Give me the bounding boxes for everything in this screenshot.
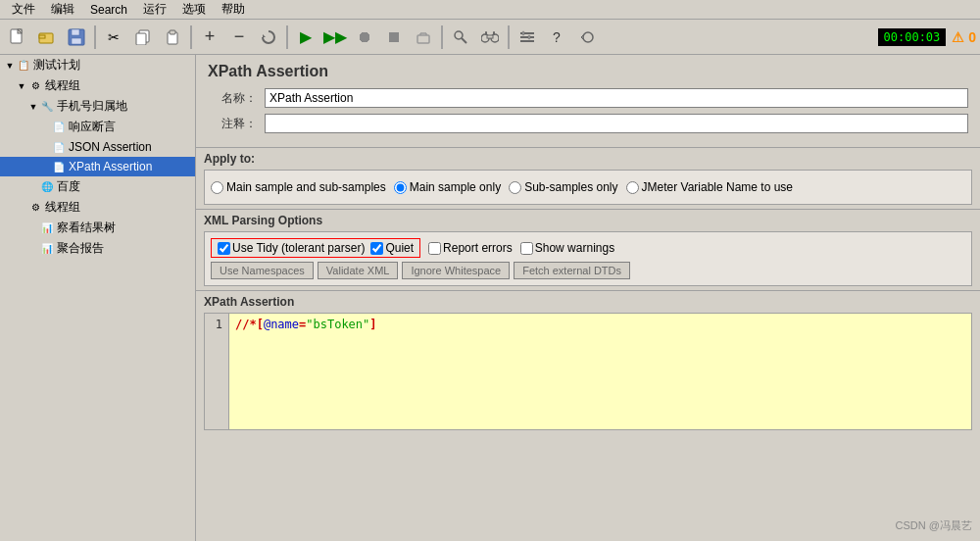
- main-layout: ▼ 📋 测试计划 ▼ ⚙ 线程组 ▼ 🔧 手机号归属地 📄 响应断言 📄 JSO…: [0, 55, 980, 541]
- remove-button[interactable]: −: [225, 24, 253, 51]
- sidebar-label-thread-group-2: 线程组: [45, 199, 80, 216]
- sidebar-item-thread-group-1[interactable]: ▼ ⚙ 线程组: [0, 75, 195, 96]
- radio-main-only[interactable]: Main sample only: [394, 180, 501, 194]
- menu-options[interactable]: 选项: [174, 0, 214, 20]
- apply-to-section: Apply to: Main sample and sub-samples Ma…: [196, 147, 980, 205]
- timer-display: 00:00:03: [878, 28, 947, 46]
- settings-button[interactable]: [514, 24, 541, 51]
- tree-arrow-aggregate: [27, 243, 39, 255]
- use-tidy-label: Use Tidy (tolerant parser): [232, 241, 365, 255]
- checkbox-use-tidy[interactable]: Use Tidy (tolerant parser): [218, 241, 365, 255]
- content-panel: XPath Assertion 名称： 注释： Apply to: Main s…: [196, 55, 980, 541]
- cut-button[interactable]: ✂: [100, 24, 127, 51]
- quiet-input[interactable]: [370, 242, 383, 255]
- svg-rect-27: [522, 31, 524, 35]
- sidebar-label-json-assertion: JSON Assertion: [69, 140, 152, 154]
- radio-main-sub[interactable]: Main sample and sub-samples: [211, 180, 386, 194]
- sidebar-item-baidu[interactable]: 🌐 百度: [0, 176, 195, 197]
- use-namespaces-button[interactable]: Use Namespaces: [211, 262, 314, 279]
- sidebar-item-thread-group-2[interactable]: ⚙ 线程组: [0, 197, 195, 218]
- xpath-code-close: ]: [369, 318, 376, 331]
- name-input[interactable]: [265, 88, 968, 108]
- sidebar-item-response-assertion[interactable]: 📄 响应断言: [0, 117, 195, 137]
- play-fast-button[interactable]: ▶▶: [321, 24, 349, 51]
- radio-main-only-label: Main sample only: [410, 180, 501, 194]
- menu-edit[interactable]: 编辑: [43, 0, 82, 20]
- sidebar-item-json-assertion[interactable]: 📄 JSON Assertion: [0, 137, 195, 157]
- toolbar-separator-4: [441, 25, 443, 49]
- play-button[interactable]: ▶: [292, 24, 319, 51]
- reset-button[interactable]: [255, 24, 282, 51]
- radio-jmeter-var-input[interactable]: [626, 181, 639, 194]
- svg-line-18: [462, 38, 466, 43]
- search-button[interactable]: [447, 24, 474, 51]
- checkbox-row: Use Tidy (tolerant parser) Quiet Report …: [211, 238, 965, 258]
- apply-to-title: Apply to:: [196, 147, 980, 170]
- copy-button[interactable]: [129, 24, 157, 51]
- binoculars-button[interactable]: [476, 24, 504, 51]
- svg-rect-26: [520, 40, 534, 42]
- radio-main-sub-label: Main sample and sub-samples: [226, 180, 386, 194]
- xpath-code-section: XPath Assertion 1 //*[@name="bsToken"]: [196, 290, 980, 430]
- radio-sub-only-input[interactable]: [509, 181, 521, 194]
- comment-row: 注释：: [208, 114, 968, 133]
- comment-input[interactable]: [265, 114, 968, 133]
- add-button[interactable]: +: [196, 24, 223, 51]
- sidebar-item-phone-home[interactable]: ▼ 🔧 手机号归属地: [0, 96, 195, 117]
- aggregate-report-icon: 📊: [39, 241, 55, 257]
- code-area[interactable]: //*[@name="bsToken"]: [229, 314, 971, 429]
- radio-sub-only[interactable]: Sub-samples only: [509, 180, 617, 194]
- baidu-icon: 🌐: [39, 179, 55, 195]
- show-warnings-input[interactable]: [520, 242, 533, 255]
- help-button[interactable]: ?: [543, 24, 570, 51]
- toolbar-separator-2: [190, 25, 192, 49]
- radio-jmeter-var[interactable]: JMeter Variable Name to use: [626, 180, 794, 194]
- menu-run[interactable]: 运行: [135, 0, 174, 20]
- tree-arrow-json: [39, 141, 51, 153]
- tree-arrow-response: [39, 122, 51, 133]
- menu-file[interactable]: 文件: [4, 0, 43, 20]
- xml-parsing-title: XML Parsing Options: [196, 209, 980, 231]
- validate-xml-button[interactable]: Validate XML: [318, 262, 399, 279]
- menubar: 文件 编辑 Search 运行 选项 帮助: [0, 0, 980, 20]
- tree-arrow-phone-home: ▼: [27, 101, 39, 113]
- ignore-whitespace-button[interactable]: Ignore Whitespace: [402, 262, 510, 279]
- radio-sub-only-label: Sub-samples only: [524, 180, 617, 194]
- comment-label: 注释：: [208, 116, 257, 132]
- checkbox-quiet[interactable]: Quiet: [370, 241, 414, 255]
- new-button[interactable]: [4, 24, 31, 51]
- sidebar-item-test-plan[interactable]: ▼ 📋 测试计划: [0, 55, 195, 75]
- checkbox-show-warnings[interactable]: Show warnings: [520, 241, 614, 255]
- open-button[interactable]: [33, 24, 61, 51]
- warning-indicator: ⚠ 0: [952, 29, 976, 45]
- clear-button[interactable]: [410, 24, 437, 51]
- panel-title: XPath Assertion: [196, 55, 980, 84]
- radio-main-only-input[interactable]: [394, 181, 407, 194]
- menu-help[interactable]: 帮助: [214, 0, 253, 20]
- svg-rect-6: [72, 29, 79, 35]
- fetch-external-dtds-button[interactable]: Fetch external DTDs: [514, 262, 630, 279]
- sidebar-item-xpath-assertion[interactable]: 📄 XPath Assertion: [0, 157, 195, 176]
- svg-rect-11: [170, 30, 175, 34]
- xml-options-content: Use Tidy (tolerant parser) Quiet Report …: [204, 231, 972, 286]
- paste-button[interactable]: [159, 24, 186, 51]
- sidebar-item-aggregate-report[interactable]: 📊 聚合报告: [0, 238, 195, 259]
- sidebar-item-view-results[interactable]: 📊 察看结果树: [0, 218, 195, 238]
- report-errors-input[interactable]: [428, 242, 441, 255]
- checkbox-report-errors[interactable]: Report errors: [428, 241, 513, 255]
- use-tidy-input[interactable]: [218, 242, 230, 255]
- show-warnings-label: Show warnings: [535, 241, 614, 255]
- radio-main-sub-input[interactable]: [211, 181, 223, 194]
- save-button[interactable]: [63, 24, 90, 51]
- menu-search[interactable]: Search: [82, 1, 135, 19]
- json-assertion-icon: 📄: [51, 139, 67, 155]
- tree-arrow-xpath: [39, 161, 51, 172]
- info-button[interactable]: [572, 24, 600, 51]
- record-button[interactable]: ⏺: [351, 24, 378, 51]
- sidebar-label-xpath-assertion: XPath Assertion: [69, 160, 152, 173]
- svg-rect-22: [485, 31, 487, 35]
- stop-button[interactable]: ⏹: [380, 24, 408, 51]
- line-numbers: 1: [205, 314, 229, 429]
- phone-home-icon: 🔧: [39, 99, 55, 115]
- xml-buttons-row: Use Namespaces Validate XML Ignore White…: [211, 262, 965, 279]
